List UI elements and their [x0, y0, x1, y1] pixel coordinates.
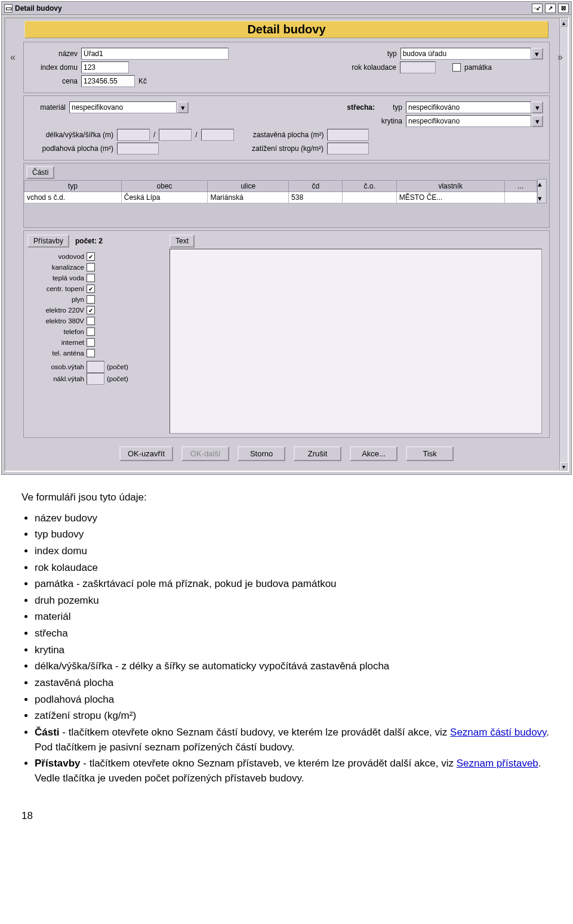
zast-plocha-input[interactable] — [327, 129, 369, 141]
table-scroll-up-icon[interactable]: ▴ — [538, 180, 546, 188]
cena-input[interactable] — [81, 75, 135, 87]
scroll-down-icon[interactable]: ▾ — [560, 462, 568, 471]
casti-area: Části typ obec ulice čd č.o. — [23, 163, 550, 228]
document-text: Ve formuláři jsou tyto údaje: název budo… — [21, 490, 552, 786]
zrusit-button[interactable]: Zrušit — [294, 446, 341, 461]
utility-row: vodovod✔ — [27, 252, 165, 261]
prev-tab-icon[interactable]: « — [10, 52, 16, 63]
vyska-input[interactable] — [159, 129, 192, 141]
label-index-domu: index domu — [30, 63, 78, 72]
utility-label: plyn — [27, 296, 84, 303]
doc-intro: Ve formuláři jsou tyto údaje: — [21, 490, 552, 505]
maximize-internal-icon[interactable]: ↗ — [545, 4, 556, 13]
text-button[interactable]: Text — [170, 234, 195, 248]
zatizeni-input[interactable] — [327, 143, 369, 154]
scroll-up-icon[interactable]: ▴ — [560, 18, 568, 27]
krytina-dropdown-icon[interactable]: ▾ — [531, 115, 543, 127]
button-row: OK-uzavřít OK-další Storno Zrušit Akce..… — [5, 440, 568, 471]
table-scroll-down-icon[interactable]: ▾ — [538, 194, 546, 203]
delka-input[interactable] — [117, 129, 150, 141]
doc-item: podlahová plocha — [35, 693, 552, 707]
col-obec[interactable]: obec — [121, 181, 208, 192]
strecha-typ-select[interactable] — [406, 101, 531, 113]
nakl-vytah-input[interactable] — [87, 373, 104, 385]
doc-item: střecha — [35, 626, 552, 641]
utility-label: internet — [27, 339, 84, 346]
utility-checkbox[interactable] — [87, 317, 95, 325]
table-scrollbar[interactable]: ▴ ▾ — [537, 179, 547, 203]
doc-item: Části - tlačítkem otevřete okno Seznam č… — [35, 725, 552, 755]
utility-checkbox[interactable] — [87, 327, 95, 336]
utility-checkbox[interactable] — [87, 263, 95, 271]
col-vlastnik[interactable]: vlastník — [396, 181, 504, 192]
col-typ[interactable]: typ — [24, 181, 122, 192]
nazev-input[interactable] — [81, 48, 229, 60]
rok-kolaudace-input[interactable] — [400, 61, 436, 73]
link-seznam-casti[interactable]: Seznam částí budovy — [450, 727, 546, 738]
label-pocet-1: (počet) — [107, 363, 164, 370]
krytina-select[interactable] — [406, 115, 531, 127]
storno-button[interactable]: Storno — [238, 446, 285, 461]
tisk-button[interactable]: Tisk — [406, 446, 454, 461]
pristavby-button[interactable]: Přístavby — [27, 234, 69, 248]
doc-item: krytina — [35, 643, 552, 658]
doc-item: název budovy — [35, 511, 552, 526]
label-podl-plocha: podlahová plocha (m²) — [30, 144, 113, 153]
col-ulice[interactable]: ulice — [208, 181, 289, 192]
doc-item: rok kolaudace — [35, 561, 552, 576]
label-osob-vytah: osob.výtah — [27, 363, 84, 370]
col-co[interactable]: č.o. — [343, 181, 396, 192]
window-title: Detail budovy — [15, 4, 62, 13]
close-icon[interactable]: ⊠ — [558, 4, 569, 13]
typ-select[interactable] — [401, 48, 531, 60]
utility-row: teplá voda — [27, 274, 165, 282]
akce-button[interactable]: Akce... — [350, 446, 398, 461]
pristavby-count: počet: 2 — [75, 237, 103, 245]
doc-item: Přístavby - tlačítkem otevřete okno Sezn… — [35, 756, 552, 786]
ok-next-button[interactable]: OK-další — [181, 446, 229, 461]
ok-close-button[interactable]: OK-uzavřít — [119, 446, 173, 461]
vertical-scrollbar[interactable]: ▴ ▾ — [559, 18, 568, 471]
doc-item: typ budovy — [35, 527, 552, 542]
podl-plocha-input[interactable] — [117, 143, 159, 154]
basic-info-panel: název typ ▾ index domu rok kolaudace pam… — [23, 42, 550, 93]
utility-checkbox[interactable] — [87, 338, 95, 347]
table-row[interactable]: vchod s č.d. Česká Lípa Mariánská 538 MĚ… — [24, 192, 537, 203]
utility-row: centr. topení✔ — [27, 285, 165, 293]
col-more[interactable]: ... — [504, 181, 537, 192]
label-zatizeni: zatížení stropu (kg/m²) — [252, 144, 324, 153]
utility-checkbox[interactable]: ✔ — [87, 252, 95, 261]
link-seznam-pristaveb[interactable]: Seznam přístaveb — [457, 758, 538, 769]
doc-item: index domu — [35, 544, 552, 559]
index-domu-input[interactable] — [81, 61, 129, 73]
utility-checkbox[interactable] — [87, 295, 95, 304]
sirka-input[interactable] — [201, 129, 234, 141]
utility-label: teplá voda — [27, 274, 84, 282]
label-strecha-typ: typ — [378, 103, 402, 112]
typ-dropdown-icon[interactable]: ▾ — [531, 48, 543, 60]
utilities-panel: Přístavby počet: 2 vodovod✔kanalizacetep… — [23, 230, 550, 438]
osob-vytah-input[interactable] — [87, 361, 104, 373]
material-select[interactable] — [69, 101, 177, 113]
next-tab-icon[interactable]: » — [557, 52, 563, 63]
utility-label: vodovod — [27, 253, 84, 260]
minimize-internal-icon[interactable]: ▫↙ — [532, 4, 543, 13]
utility-checkbox[interactable] — [87, 274, 95, 282]
utility-checkbox[interactable] — [87, 349, 95, 357]
casti-button[interactable]: Části — [26, 166, 54, 179]
utility-row: plyn — [27, 295, 165, 304]
utility-label: tel. anténa — [27, 350, 84, 357]
utility-row: kanalizace — [27, 263, 165, 271]
label-cena: cena — [30, 77, 78, 85]
strecha-typ-dropdown-icon[interactable]: ▾ — [531, 101, 543, 113]
utility-row: telefon — [27, 327, 165, 336]
col-cd[interactable]: čd — [289, 181, 343, 192]
utility-checkbox[interactable]: ✔ — [87, 306, 95, 314]
text-area[interactable] — [170, 249, 542, 434]
page-title: Detail budovy — [24, 21, 549, 38]
label-nakl-vytah: nákl.výtah — [27, 375, 84, 382]
pamatka-checkbox[interactable] — [452, 63, 461, 72]
label-zast-plocha: zastavěná plocha (m²) — [253, 131, 324, 139]
utility-checkbox[interactable]: ✔ — [87, 285, 95, 293]
material-dropdown-icon[interactable]: ▾ — [177, 101, 189, 113]
